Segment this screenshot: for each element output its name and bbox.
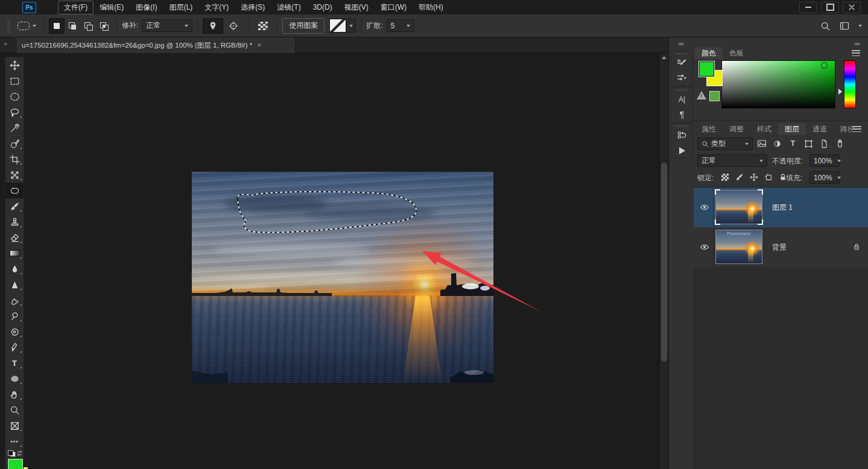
transparent-button[interactable] bbox=[254, 18, 272, 34]
panel-dock-collapse[interactable]: »» bbox=[854, 40, 859, 47]
content-aware-move-tool[interactable] bbox=[5, 167, 24, 183]
color-picker-ring[interactable] bbox=[821, 62, 828, 69]
hand-tool[interactable] bbox=[5, 386, 24, 402]
brushes-panel-icon[interactable] bbox=[671, 71, 692, 86]
document-tab[interactable]: u=1750216696,2543461382&fm=26&gp=0.jpg @… bbox=[17, 37, 296, 53]
tab-layers[interactable]: 图层 bbox=[778, 123, 806, 135]
layer-row-layer1[interactable]: 图层 1 bbox=[694, 187, 868, 227]
smart-object-filter-icon[interactable] bbox=[818, 137, 831, 150]
subtract-selection-button[interactable] bbox=[80, 18, 96, 34]
gamut-swatch[interactable] bbox=[709, 91, 720, 101]
visibility-eye-icon[interactable] bbox=[698, 241, 711, 253]
shape-layer-filter-icon[interactable] bbox=[802, 137, 815, 150]
adjustment-layer-filter-icon[interactable] bbox=[771, 137, 784, 150]
move-tool[interactable] bbox=[5, 57, 24, 73]
canvas-vertical-scrollbar[interactable] bbox=[659, 53, 668, 469]
menu-image[interactable]: 图像(I) bbox=[130, 1, 163, 14]
gamut-warning-icon[interactable]: ! bbox=[697, 91, 706, 99]
actions-panel-icon[interactable] bbox=[671, 143, 692, 158]
tab-adjustments[interactable]: 调整 bbox=[723, 123, 750, 135]
tab-channels[interactable]: 通道 bbox=[806, 123, 834, 135]
workspace-chevron-icon[interactable] bbox=[858, 25, 862, 27]
scroll-up-icon[interactable] bbox=[662, 56, 667, 59]
menu-filter[interactable]: 滤镜(T) bbox=[271, 1, 306, 14]
gradient-tool[interactable] bbox=[5, 245, 24, 261]
pixel-layer-filter-icon[interactable] bbox=[755, 137, 768, 150]
layer-name[interactable]: 图层 1 bbox=[772, 203, 793, 213]
add-selection-button[interactable] bbox=[65, 18, 80, 34]
lasso-tool[interactable] bbox=[5, 104, 24, 120]
menu-window[interactable]: 窗口(W) bbox=[375, 1, 413, 14]
hue-slider[interactable] bbox=[844, 60, 856, 109]
toolbar-collapse-icon[interactable]: » bbox=[4, 40, 6, 47]
brush-settings-panel-icon[interactable] bbox=[671, 55, 692, 71]
filter-toggle-switch[interactable] bbox=[834, 137, 846, 150]
panel-foreground-swatch[interactable] bbox=[699, 61, 715, 77]
fill-dropdown[interactable]: 100% bbox=[809, 171, 840, 184]
brush-tool[interactable] bbox=[5, 198, 24, 214]
color-panel-menu-icon[interactable] bbox=[852, 50, 860, 56]
patch-mode-dropdown[interactable]: 正常 bbox=[142, 19, 192, 32]
minimize-button[interactable] bbox=[799, 2, 817, 13]
quick-select-tool[interactable] bbox=[5, 136, 24, 151]
pen-tool[interactable] bbox=[5, 339, 24, 355]
tool-preset-button[interactable] bbox=[15, 18, 39, 34]
scrollbar-thumb[interactable] bbox=[661, 163, 667, 362]
layer-thumbnail[interactable] bbox=[715, 190, 764, 225]
shape-tool[interactable] bbox=[5, 371, 24, 386]
zoom-tool[interactable] bbox=[5, 402, 24, 418]
search-icon[interactable] bbox=[820, 21, 831, 31]
menu-layer[interactable]: 图层(L) bbox=[163, 1, 199, 14]
patch-source-button[interactable] bbox=[203, 18, 223, 34]
blend-mode-dropdown[interactable]: 正常 bbox=[697, 154, 767, 167]
paragraph-panel-icon[interactable]: ¶ bbox=[671, 107, 692, 122]
clone-stamp-tool[interactable] bbox=[5, 214, 24, 230]
hue-slider-pointer[interactable] bbox=[838, 89, 842, 95]
tab-styles[interactable]: 样式 bbox=[750, 123, 778, 135]
menu-view[interactable]: 视图(V) bbox=[338, 1, 375, 14]
history-panel-icon[interactable] bbox=[671, 128, 692, 143]
new-selection-button[interactable] bbox=[49, 18, 65, 34]
crop-tool[interactable] bbox=[5, 151, 24, 167]
menu-type[interactable]: 文字(Y) bbox=[198, 1, 235, 14]
menu-help[interactable]: 帮助(H) bbox=[413, 1, 449, 14]
default-colors-icon[interactable] bbox=[8, 450, 16, 457]
frame-tool[interactable] bbox=[5, 418, 24, 433]
layer-filter-dropdown[interactable]: 类型 bbox=[697, 137, 753, 150]
type-tool[interactable]: T bbox=[5, 355, 24, 371]
patch-destination-button[interactable] bbox=[223, 18, 244, 34]
layer-name[interactable]: 背景 bbox=[772, 242, 787, 253]
character-panel-icon[interactable]: A| bbox=[671, 92, 692, 107]
lock-artboard-icon[interactable] bbox=[762, 171, 775, 183]
pattern-chevron[interactable] bbox=[346, 19, 356, 33]
type-layer-filter-icon[interactable]: T bbox=[787, 137, 799, 150]
smudge-tool[interactable] bbox=[5, 292, 24, 308]
tab-properties[interactable]: 属性 bbox=[695, 123, 723, 135]
tab-close-icon[interactable]: × bbox=[257, 41, 261, 49]
edit-toolbar-button[interactable]: ••• bbox=[5, 433, 24, 449]
burn-tool[interactable] bbox=[5, 324, 24, 339]
icon-strip-collapse[interactable]: «« bbox=[678, 40, 683, 47]
tab-swatches[interactable]: 色板 bbox=[723, 47, 750, 59]
dodge-tool[interactable] bbox=[5, 308, 24, 324]
intersect-selection-button[interactable] bbox=[96, 18, 112, 34]
pattern-picker[interactable] bbox=[329, 19, 356, 33]
magic-wand-tool[interactable] bbox=[5, 120, 24, 136]
menu-edit[interactable]: 编辑(E) bbox=[93, 1, 130, 14]
opacity-dropdown[interactable]: 100% bbox=[809, 154, 840, 167]
visibility-eye-icon[interactable] bbox=[698, 201, 711, 213]
close-button[interactable] bbox=[843, 2, 861, 13]
blur-tool[interactable] bbox=[5, 261, 24, 277]
lock-pixels-icon[interactable] bbox=[733, 171, 746, 183]
menu-file[interactable]: 文件(F) bbox=[58, 1, 93, 14]
document-image[interactable] bbox=[192, 172, 493, 383]
menu-3d[interactable]: 3D(D) bbox=[307, 1, 338, 13]
layers-panel-menu-icon[interactable] bbox=[853, 126, 861, 132]
eraser-tool[interactable] bbox=[5, 230, 24, 245]
diffusion-dropdown[interactable]: 5 bbox=[387, 19, 414, 32]
use-pattern-button[interactable]: 使用图案 bbox=[282, 18, 325, 34]
tab-color[interactable]: 颜色 bbox=[695, 47, 723, 59]
layer-row-background[interactable]: Photomatix 背景 bbox=[694, 227, 868, 267]
menu-select[interactable]: 选择(S) bbox=[235, 1, 271, 14]
sharpen-tool[interactable] bbox=[5, 277, 24, 292]
